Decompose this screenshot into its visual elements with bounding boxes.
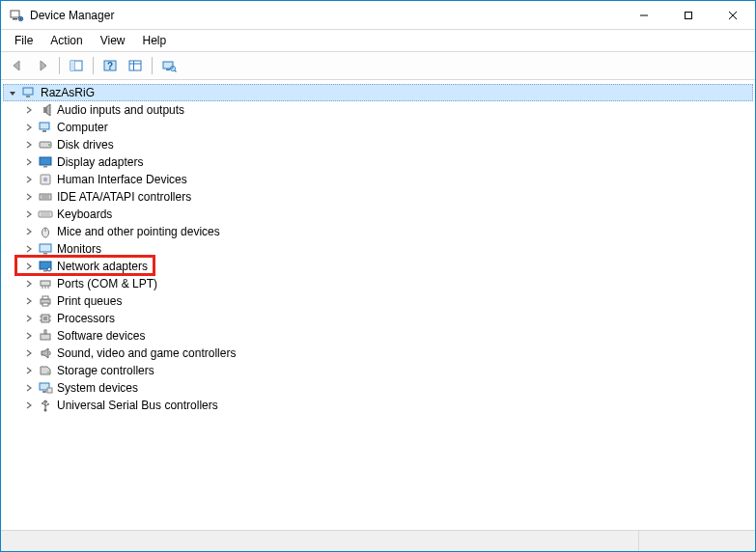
scan-hardware-button[interactable] <box>158 55 180 76</box>
forward-button[interactable] <box>32 55 53 76</box>
tree-node-label: Display adapters <box>57 155 143 169</box>
svg-rect-23 <box>42 130 46 132</box>
expand-icon[interactable] <box>22 260 36 273</box>
svg-rect-27 <box>43 166 47 168</box>
close-button[interactable] <box>711 1 755 29</box>
expand-icon[interactable] <box>22 277 36 290</box>
tree-node-label: Audio inputs and outputs <box>57 103 184 117</box>
svg-rect-9 <box>70 61 74 70</box>
titlebar: Device Manager <box>1 1 755 30</box>
tree-node[interactable]: Monitors <box>20 240 753 258</box>
tree-node-label: Ports (COM & LPT) <box>57 277 157 290</box>
tree-node[interactable]: Ports (COM & LPT) <box>20 275 753 292</box>
tree-node-label: Storage controllers <box>57 364 154 377</box>
expand-icon[interactable] <box>22 173 36 186</box>
menu-help[interactable]: Help <box>135 32 175 49</box>
tree-node[interactable]: Processors <box>20 310 753 327</box>
tree-node[interactable]: Disk drives <box>20 136 753 153</box>
system-icon <box>38 380 53 396</box>
mouse-icon <box>38 224 53 239</box>
svg-rect-33 <box>39 211 52 217</box>
tree-node-label: Software devices <box>57 329 145 343</box>
svg-rect-41 <box>43 270 47 272</box>
expand-icon[interactable] <box>22 399 36 412</box>
tree-node[interactable]: Audio inputs and outputs <box>20 101 753 119</box>
expand-icon[interactable] <box>22 381 36 395</box>
tree-node[interactable]: Keyboards <box>20 206 753 223</box>
expand-icon[interactable] <box>22 312 36 325</box>
svg-rect-67 <box>47 403 49 405</box>
expand-icon[interactable] <box>22 103 36 117</box>
tree-node[interactable]: System devices <box>20 379 753 397</box>
svg-rect-16 <box>166 69 170 71</box>
minimize-button[interactable] <box>622 1 666 29</box>
tree-node[interactable]: Computer <box>20 119 753 136</box>
expand-icon[interactable] <box>22 190 36 204</box>
svg-rect-0 <box>11 11 19 17</box>
menu-view[interactable]: View <box>93 32 133 49</box>
help-button[interactable]: ? <box>99 55 121 76</box>
monitor-icon <box>38 241 53 257</box>
expand-icon[interactable] <box>22 121 36 134</box>
audio-icon <box>38 102 53 118</box>
expand-icon[interactable] <box>22 207 36 221</box>
toolbar: ? <box>1 52 755 80</box>
expand-icon[interactable] <box>22 155 36 169</box>
tree-node[interactable]: Mice and other pointing devices <box>20 223 753 240</box>
expand-icon[interactable] <box>22 364 36 377</box>
svg-rect-56 <box>41 334 50 340</box>
tree-node[interactable]: IDE ATA/ATAPI controllers <box>20 188 753 206</box>
printer-icon <box>38 293 53 309</box>
hid-icon <box>38 172 53 187</box>
collapse-icon[interactable] <box>6 86 19 99</box>
svg-rect-51 <box>43 317 47 320</box>
tree-node-label: Monitors <box>57 242 101 256</box>
tree-node[interactable]: Storage controllers <box>20 362 753 379</box>
svg-rect-39 <box>43 253 47 255</box>
expand-icon[interactable] <box>22 242 36 256</box>
svg-rect-38 <box>40 244 51 252</box>
expand-icon[interactable] <box>22 346 36 360</box>
svg-point-29 <box>43 178 47 181</box>
tree-node-label: Print queues <box>57 294 122 308</box>
svg-rect-4 <box>686 12 692 18</box>
tree-node-label: Human Interface Devices <box>57 173 187 186</box>
tree-node[interactable]: Print queues <box>20 292 753 310</box>
statusbar-right <box>639 531 755 551</box>
tree-node[interactable]: Universal Serial Bus controllers <box>20 397 753 414</box>
menu-action[interactable]: Action <box>42 32 90 49</box>
expand-icon[interactable] <box>22 225 36 238</box>
tree-node[interactable]: Network adapters <box>20 258 753 275</box>
port-icon <box>38 276 53 291</box>
svg-rect-15 <box>163 62 173 69</box>
expand-icon[interactable] <box>22 138 36 152</box>
sound-icon <box>38 345 53 361</box>
show-hide-console-tree-button[interactable] <box>66 55 87 76</box>
svg-rect-20 <box>26 96 30 97</box>
svg-rect-12 <box>129 61 141 70</box>
tree-node[interactable]: Display adapters <box>20 153 753 171</box>
titlebar-title: Device Manager <box>30 9 622 22</box>
svg-rect-48 <box>42 296 48 299</box>
properties-button[interactable] <box>125 55 146 76</box>
tree-node-label: IDE ATA/ATAPI controllers <box>57 190 191 204</box>
tree-node[interactable]: Human Interface Devices <box>20 171 753 188</box>
tree-root-node[interactable]: RazAsRiG <box>3 84 753 101</box>
device-tree[interactable]: RazAsRiG Audio inputs and outputsCompute… <box>1 80 755 530</box>
expand-icon[interactable] <box>22 329 36 343</box>
tree-root-label: RazAsRiG <box>41 86 95 99</box>
tree-node[interactable]: Software devices <box>20 327 753 345</box>
keyboard-icon <box>38 207 53 222</box>
computer-root-icon <box>21 85 37 100</box>
menu-file[interactable]: File <box>7 32 41 49</box>
cpu-icon <box>38 311 53 326</box>
window-controls <box>622 1 755 29</box>
maximize-button[interactable] <box>666 1 711 29</box>
svg-rect-19 <box>23 88 33 95</box>
disk-icon <box>38 137 53 152</box>
ide-icon <box>38 189 53 205</box>
expand-icon[interactable] <box>22 294 36 308</box>
svg-point-58 <box>47 372 49 373</box>
back-button[interactable] <box>7 55 28 76</box>
tree-node[interactable]: Sound, video and game controllers <box>20 345 753 362</box>
